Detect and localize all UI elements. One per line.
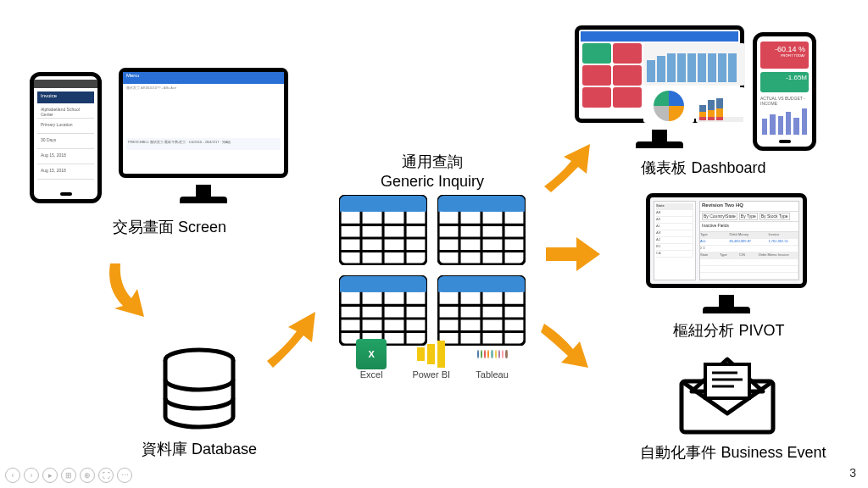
svg-rect-54 [716, 108, 723, 117]
svg-rect-48 [699, 112, 706, 117]
nav-zoom-icon[interactable]: ⊕ [80, 468, 95, 483]
svg-rect-49 [699, 105, 706, 112]
phone-kpi-top: -60.14 % [764, 45, 805, 53]
gi-title-en: Generic Inquiry [381, 173, 484, 190]
phone-row: Aug 15, 2018 [37, 164, 94, 180]
tableau-export: Tableau [476, 339, 509, 390]
svg-rect-47 [699, 117, 706, 120]
business-event-label: 自動化事件 Business Event [610, 442, 856, 463]
phone-row: Primary Location [37, 119, 94, 134]
nav-grid-icon[interactable]: ⊞ [61, 468, 76, 483]
arrow-icon [539, 229, 607, 280]
page-number: 3 [849, 466, 856, 480]
svg-rect-38 [657, 56, 665, 82]
tableau-icon [477, 339, 508, 369]
phone-row: Alphabetland School Center [37, 103, 94, 119]
phone-kpi-mid: -1.65M [760, 72, 809, 92]
phone-row: 30 Days [37, 134, 94, 149]
pivot-monitor-icon: State AB AK AL AR AZ BC CA Revision Two … [646, 193, 807, 288]
phone-icon: Invoice Alphabetland School Center Prima… [30, 72, 102, 203]
svg-rect-41 [687, 53, 696, 82]
pivot-label: 樞紐分析 PIVOT [627, 320, 831, 341]
svg-rect-57 [705, 364, 749, 398]
svg-rect-21 [340, 287, 426, 292]
svg-rect-51 [708, 110, 715, 117]
nav-prev-icon[interactable]: ‹ [5, 468, 20, 483]
svg-rect-44 [718, 53, 726, 82]
svg-rect-3 [340, 207, 426, 212]
data-tables-icon [339, 195, 526, 339]
database-icon [157, 347, 242, 432]
excel-icon: X [356, 339, 387, 369]
svg-rect-30 [438, 287, 525, 292]
svg-rect-52 [708, 100, 715, 110]
dashboard-label: 儀表板 Dashboard [593, 158, 814, 178]
powerbi-icon [416, 339, 447, 369]
monitor-header: Menu [123, 72, 284, 84]
arrow-icon [93, 251, 170, 327]
svg-rect-43 [708, 53, 716, 82]
excel-export: X Excel [356, 339, 387, 390]
database-label: 資料庫 Database [93, 439, 305, 459]
svg-rect-45 [728, 53, 737, 82]
monitor-data-row: PRESCHBILL 微软发票 最终年费-发票 · 1/4/2016 - 28/… [126, 138, 281, 150]
excel-label: Excel [360, 369, 383, 380]
envelope-icon [676, 356, 778, 436]
dashboard-monitor-icon [575, 25, 744, 123]
tableau-label: Tableau [476, 369, 509, 380]
nav-next-icon[interactable]: › [24, 468, 39, 483]
phone-row: Aug 15, 2018 [37, 149, 94, 164]
svg-rect-55 [716, 98, 723, 108]
arrow-icon [536, 313, 604, 373]
svg-rect-37 [647, 60, 655, 82]
dashboard-phone-icon: -60.14 %PROFIT TODAY -1.65M ACTUAL VS BU… [753, 32, 816, 151]
phone-caption: ACTUAL VS BUDGET - INCOME [760, 96, 812, 106]
gi-title-zh: 通用查詢 [402, 153, 463, 170]
svg-rect-12 [438, 207, 525, 212]
powerbi-export: Power BI [412, 339, 450, 390]
phone-header: Invoice [37, 92, 94, 103]
monitor-screen-icon: Menu 微软发票 AR301010?? - ABa Ace PRESCHBIL… [119, 68, 288, 178]
phone-bars-icon [762, 106, 807, 135]
powerbi-label: Power BI [412, 369, 450, 380]
nav-fullscreen-icon[interactable]: ⛶ [98, 468, 114, 483]
svg-rect-50 [708, 117, 715, 120]
svg-rect-53 [716, 117, 723, 120]
svg-rect-39 [667, 53, 676, 82]
nav-play-icon[interactable]: ▸ [42, 468, 58, 483]
arrow-icon [254, 302, 331, 378]
nav-more-icon[interactable]: ⋯ [117, 468, 132, 483]
svg-rect-42 [698, 53, 706, 82]
monitor-subheader: 微软发票 AR301010?? - ABa Ace [123, 84, 284, 126]
svg-rect-40 [677, 53, 686, 82]
screen-label: 交易畫面 Screen [51, 217, 288, 237]
footer-nav: ‹ › ▸ ⊞ ⊕ ⛶ ⋯ [5, 468, 132, 483]
